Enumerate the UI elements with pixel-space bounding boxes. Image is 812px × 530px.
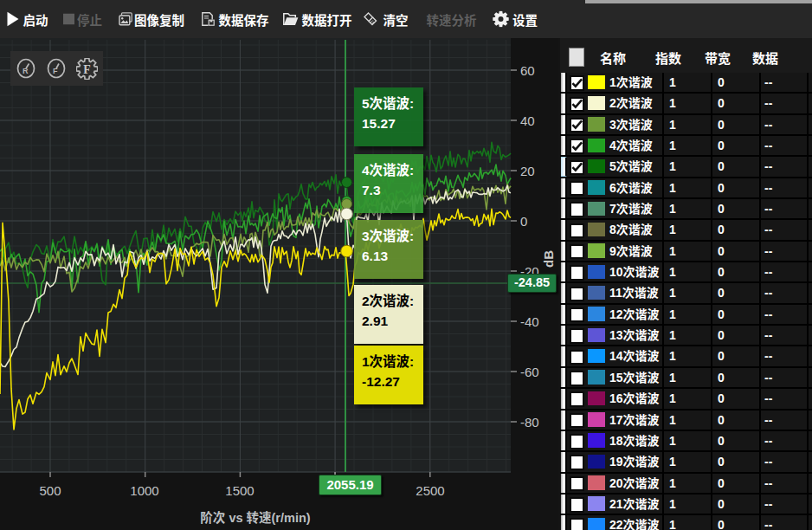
svg-text:F: F (83, 62, 90, 75)
svg-text:R: R (23, 67, 29, 75)
svg-text:F: F (53, 67, 58, 75)
